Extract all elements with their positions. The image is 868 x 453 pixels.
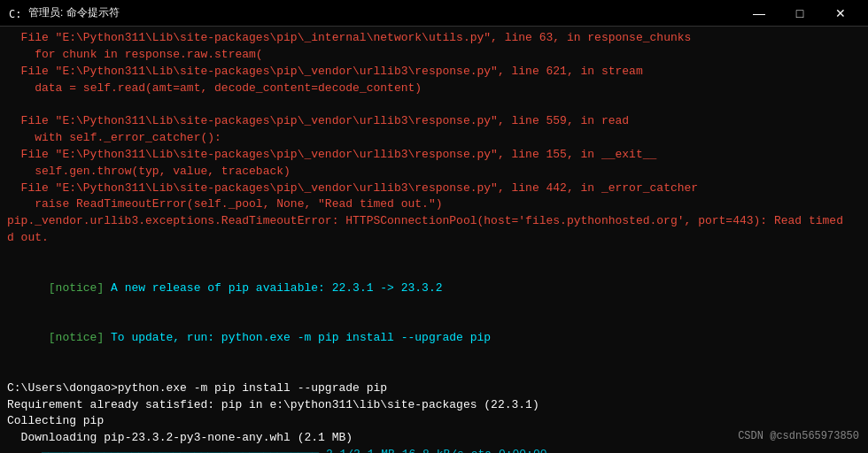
terminal-line-notice2: [notice] To update, run: python.exe -m p… [7, 313, 861, 364]
notice-tag: [notice] [49, 281, 104, 295]
close-button[interactable]: ✕ [820, 0, 861, 27]
terminal-line: File "E:\Python311\Lib\site-packages\pip… [7, 180, 861, 197]
cmd-icon: C: [7, 6, 21, 20]
terminal-line: raise ReadTimeoutError(self._pool, None,… [7, 196, 861, 213]
minimize-button[interactable]: — [739, 0, 779, 27]
terminal-line: File "E:\Python311\Lib\site-packages\pip… [7, 30, 861, 47]
window: C: 管理员: 命令提示符 — □ ✕ File "E:\Python311\L… [0, 0, 868, 453]
svg-text:C:: C: [9, 8, 21, 20]
terminal-line: File "E:\Python311\Lib\site-packages\pip… [7, 64, 861, 81]
terminal-line: data = self.read(amt=amt, decode_content… [7, 81, 861, 97]
watermark: CSDN @csdn565973850 [738, 429, 859, 444]
title-bar: C: 管理员: 命令提示符 — □ ✕ [0, 0, 868, 27]
maximize-button[interactable]: □ [779, 0, 820, 27]
terminal-line: for chunk in response.raw.stream( [7, 47, 861, 64]
terminal-line-notice1: [notice] A new release of pip available:… [7, 264, 861, 314]
terminal-line [7, 364, 861, 380]
notice-cmd: python.exe -m pip install --upgrade pip [221, 331, 491, 344]
terminal-line-cmd: C:\Users\dongao>python.exe -m pip instal… [7, 380, 861, 397]
terminal-line: Collecting pip [7, 413, 861, 430]
notice-text: To update, run: [104, 331, 221, 344]
terminal-line: File "E:\Python311\Lib\site-packages\pip… [7, 147, 861, 164]
terminal-line: pip._vendor.urllib3.exceptions.ReadTimeo… [7, 213, 861, 230]
notice-tag: [notice] [49, 331, 104, 344]
terminal-line: File "E:\Python311\Lib\site-packages\pip… [7, 113, 861, 130]
terminal-line: Downloading pip-23.3.2-py3-none-any.whl … [7, 430, 861, 447]
terminal-line-progress: ━━━━━━━━━━━━━━━━━━━━━━━━━━━━━━━━━━━━━━━━… [7, 447, 861, 453]
terminal-line: d out. [7, 230, 861, 247]
terminal-line [7, 96, 861, 113]
terminal-line [7, 247, 861, 264]
terminal-body: File "E:\Python311\Lib\site-packages\pip… [0, 27, 868, 453]
terminal-line: self.gen.throw(typ, value, traceback) [7, 164, 861, 180]
title-bar-left: C: 管理员: 命令提示符 [7, 5, 120, 20]
terminal-line: with self._error_catcher(): [7, 130, 861, 147]
title-bar-text: 管理员: 命令提示符 [28, 5, 120, 20]
terminal-line: Requirement already satisfied: pip in e:… [7, 397, 861, 414]
notice-text: A new release of pip available: 22.3.1 -… [104, 281, 442, 295]
title-bar-controls: — □ ✕ [739, 0, 861, 27]
